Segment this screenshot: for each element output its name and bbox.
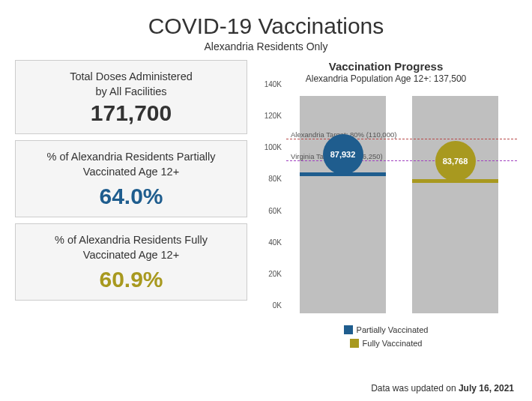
- y-tick-label: 140K: [265, 80, 282, 88]
- chart-column: Vaccination Progress Alexandria Populati…: [247, 60, 517, 351]
- update-footer: Data was updated on July 16, 2021: [371, 383, 514, 394]
- title-block: COVID-19 Vaccinations Alexandria Residen…: [0, 0, 532, 52]
- y-tick-label: 40K: [268, 238, 282, 246]
- metric-value: 64.0%: [23, 184, 239, 209]
- chart-title: Vaccination Progress: [255, 60, 517, 73]
- y-axis: 0K20K40K60K80K100K120K140K: [255, 88, 285, 321]
- value-bubble: 83,768: [435, 141, 476, 181]
- legend: Partially Vaccinated Fully Vaccinated: [255, 324, 517, 351]
- metric-label-line: by All Facilities: [95, 85, 166, 97]
- page-subtitle: Alexandria Residents Only: [0, 40, 532, 52]
- legend-swatch-gold: [350, 339, 359, 348]
- background-bar: [300, 96, 386, 313]
- background-bar: [412, 96, 498, 313]
- metric-value: 60.9%: [23, 267, 239, 292]
- footer-date: July 16, 2021: [459, 383, 514, 394]
- y-tick-label: 100K: [265, 143, 282, 151]
- metric-fully-pct: % of Alexandria Residents Fully Vaccinat…: [15, 223, 247, 301]
- target-line: [286, 160, 517, 161]
- metric-label: % of Alexandria Residents Partially Vacc…: [23, 150, 239, 179]
- y-tick-label: 80K: [268, 175, 282, 183]
- y-tick-label: 60K: [268, 206, 282, 214]
- metrics-column: Total Doses Administered by All Faciliti…: [15, 60, 247, 351]
- legend-swatch-blue: [344, 325, 353, 334]
- legend-label: Fully Vaccinated: [363, 339, 423, 348]
- footer-prefix: Data was updated on: [371, 383, 459, 394]
- metric-label: % of Alexandria Residents Fully Vaccinat…: [23, 233, 239, 262]
- legend-item-partial: Partially Vaccinated: [344, 325, 429, 334]
- y-tick-label: 120K: [265, 112, 282, 120]
- chart-subtitle: Alexandria Population Age 12+: 137,500: [255, 73, 517, 84]
- page-title: COVID-19 Vaccinations: [0, 13, 532, 39]
- target-line: [286, 139, 517, 139]
- metric-value: 171,700: [23, 100, 239, 126]
- metric-label-line: % of Alexandria Residents Fully: [55, 234, 208, 246]
- legend-label: Partially Vaccinated: [357, 325, 429, 334]
- metric-label-line: Vaccinated Age 12+: [83, 166, 179, 178]
- metric-label: Total Doses Administered by All Faciliti…: [23, 70, 239, 99]
- metric-label-line: % of Alexandria Residents Partially: [47, 151, 216, 163]
- metric-label-line: Total Doses Administered: [70, 70, 193, 82]
- metric-total-doses: Total Doses Administered by All Faciliti…: [15, 60, 247, 134]
- plot-area: Alexandria Target: 80% (110,000)Virginia…: [286, 92, 517, 313]
- legend-item-fully: Fully Vaccinated: [350, 339, 423, 348]
- chart-area: 0K20K40K60K80K100K120K140K Alexandria Ta…: [255, 88, 517, 321]
- value-bubble: 87,932: [323, 134, 363, 175]
- y-tick-label: 0K: [273, 301, 282, 310]
- metric-label-line: Vaccinated Age 12+: [83, 249, 179, 261]
- metric-partial-pct: % of Alexandria Residents Partially Vacc…: [15, 140, 247, 217]
- y-tick-label: 20K: [268, 269, 282, 277]
- content-row: Total Doses Administered by All Faciliti…: [0, 52, 532, 351]
